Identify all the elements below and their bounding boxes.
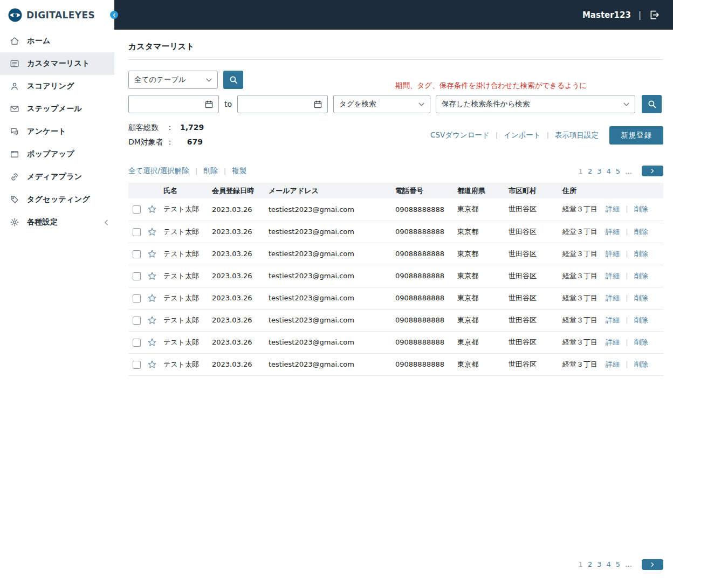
- row-detail-link[interactable]: 詳細: [606, 294, 620, 302]
- star-icon[interactable]: [147, 249, 157, 259]
- row-detail-link[interactable]: 詳細: [606, 316, 620, 324]
- row-delete-link[interactable]: 削除: [634, 250, 648, 258]
- pagination-page[interactable]: 1: [579, 167, 583, 175]
- row-checkbox[interactable]: [133, 250, 141, 258]
- row-detail-link[interactable]: 詳細: [606, 228, 620, 236]
- cell-address: 経堂３丁目: [558, 265, 601, 287]
- cell-prefecture: 東京都: [453, 353, 504, 375]
- row-delete-link[interactable]: 削除: [634, 316, 648, 324]
- row-detail-link[interactable]: 詳細: [606, 272, 620, 280]
- separator: |: [224, 167, 226, 175]
- cell-city: 世田谷区: [504, 309, 558, 331]
- delete-selected-link[interactable]: 削除: [203, 166, 218, 176]
- tag-select[interactable]: タグを検索: [333, 95, 430, 113]
- sidebar-item-home[interactable]: ホーム: [0, 30, 114, 52]
- row-checkbox[interactable]: [133, 294, 141, 303]
- row-checkbox[interactable]: [133, 272, 141, 280]
- pagination-page[interactable]: 4: [606, 167, 610, 175]
- brand-logo-icon: [8, 8, 22, 22]
- saved-search-select[interactable]: 保存した検索条件から検索: [436, 95, 635, 113]
- row-checkbox[interactable]: [133, 339, 141, 347]
- sidebar-item-scoring[interactable]: スコアリング: [0, 75, 114, 98]
- topbar-divider: |: [638, 10, 641, 20]
- pagination-ellipsis[interactable]: …: [625, 560, 633, 568]
- row-delete-link[interactable]: 削除: [634, 360, 648, 368]
- media-plan-icon: [10, 172, 19, 182]
- sidebar-item-popup[interactable]: ポップアップ: [0, 143, 114, 166]
- tag-select-value: タグを検索: [339, 99, 376, 109]
- cell-prefecture: 東京都: [453, 265, 504, 287]
- date-range-separator: to: [224, 100, 232, 108]
- cell-phone: 09088888888: [391, 221, 453, 243]
- cell-phone: 09088888888: [391, 243, 453, 265]
- star-icon[interactable]: [147, 204, 157, 214]
- row-delete-link[interactable]: 削除: [634, 205, 648, 213]
- pagination-page[interactable]: 1: [579, 560, 583, 568]
- pagination-page[interactable]: 5: [616, 167, 620, 175]
- row-delete-link[interactable]: 削除: [634, 272, 648, 280]
- home-icon: [10, 36, 19, 46]
- sidebar-item-tag-setting[interactable]: タグセッティング: [0, 188, 114, 211]
- row-checkbox[interactable]: [133, 205, 141, 214]
- cell-city: 世田谷区: [504, 287, 558, 309]
- pagination-page[interactable]: 4: [606, 560, 610, 568]
- chevron-down-icon: [206, 78, 212, 82]
- duplicate-link[interactable]: 複製: [232, 166, 246, 176]
- sidebar-item-label: ホーム: [27, 36, 51, 46]
- cell-registered-at: 2023.03.26: [208, 243, 264, 265]
- row-delete-link[interactable]: 削除: [634, 338, 648, 346]
- separator: |: [496, 131, 498, 139]
- row-detail-link[interactable]: 詳細: [606, 205, 620, 213]
- row-checkbox[interactable]: [133, 317, 141, 325]
- sidebar-item-step-mail[interactable]: ステップメール: [0, 98, 114, 120]
- logout-button[interactable]: [649, 9, 660, 20]
- pagination-page[interactable]: 2: [588, 167, 592, 175]
- pagination-page[interactable]: 5: [616, 560, 620, 568]
- pagination-page[interactable]: 3: [597, 560, 601, 568]
- star-icon[interactable]: [147, 227, 157, 237]
- pagination-ellipsis[interactable]: …: [625, 167, 633, 175]
- table-search-button[interactable]: [223, 71, 243, 89]
- separator: |: [195, 167, 197, 175]
- table-row: テスト太郎 2023.03.26 testiest2023@gmai.com 0…: [128, 309, 663, 331]
- pagination-page[interactable]: 2: [588, 560, 592, 568]
- display-settings-link[interactable]: 表示項目設定: [555, 130, 599, 140]
- chevron-left-icon: [104, 219, 108, 225]
- cell-address: 経堂３丁目: [558, 287, 601, 309]
- star-icon[interactable]: [147, 315, 157, 325]
- sidebar-collapse-button[interactable]: [110, 11, 118, 19]
- row-checkbox[interactable]: [133, 361, 141, 369]
- chevron-right-icon: [651, 168, 654, 174]
- row-delete-link[interactable]: 削除: [634, 294, 648, 302]
- date-to-input[interactable]: [237, 95, 328, 113]
- star-icon[interactable]: [147, 293, 157, 303]
- select-all-link[interactable]: 全て選択/選択解除: [128, 166, 189, 176]
- pagination-page[interactable]: 3: [597, 167, 601, 175]
- sidebar-item-survey[interactable]: アンケート: [0, 120, 114, 143]
- star-icon[interactable]: [147, 360, 157, 369]
- cell-actions: 詳細 | 削除: [601, 309, 663, 331]
- import-link[interactable]: インポート: [504, 130, 541, 140]
- sidebar-item-settings[interactable]: 各種設定: [0, 211, 114, 233]
- header-registered-at: 会員登録日時: [208, 183, 264, 198]
- table-select[interactable]: 全てのテーブル: [128, 71, 218, 89]
- row-detail-link[interactable]: 詳細: [606, 250, 620, 258]
- star-icon[interactable]: [147, 338, 157, 347]
- row-delete-link[interactable]: 削除: [634, 228, 648, 236]
- row-detail-link[interactable]: 詳細: [606, 360, 620, 368]
- row-detail-link[interactable]: 詳細: [606, 338, 620, 346]
- sidebar-item-customer-list[interactable]: カスタマーリスト: [0, 52, 114, 75]
- date-from-input[interactable]: [128, 95, 219, 113]
- cell-address: 経堂３丁目: [558, 198, 601, 221]
- sidebar-item-media-plan[interactable]: メディアプラン: [0, 166, 114, 188]
- cell-email: testiest2023@gmai.com: [264, 243, 391, 265]
- pagination-next-button[interactable]: [642, 559, 663, 570]
- new-register-button[interactable]: 新規登録: [609, 126, 663, 145]
- pagination-next-button[interactable]: [642, 166, 663, 176]
- csv-download-link[interactable]: CSVダウンロード: [430, 130, 490, 140]
- filter-search-button[interactable]: [642, 95, 662, 113]
- row-checkbox[interactable]: [133, 228, 141, 236]
- brand: DIGITALEYES: [0, 0, 114, 30]
- search-annotation: 期間、タグ、保存条件を掛け合わせた検索ができるように: [395, 81, 587, 91]
- star-icon[interactable]: [147, 271, 157, 281]
